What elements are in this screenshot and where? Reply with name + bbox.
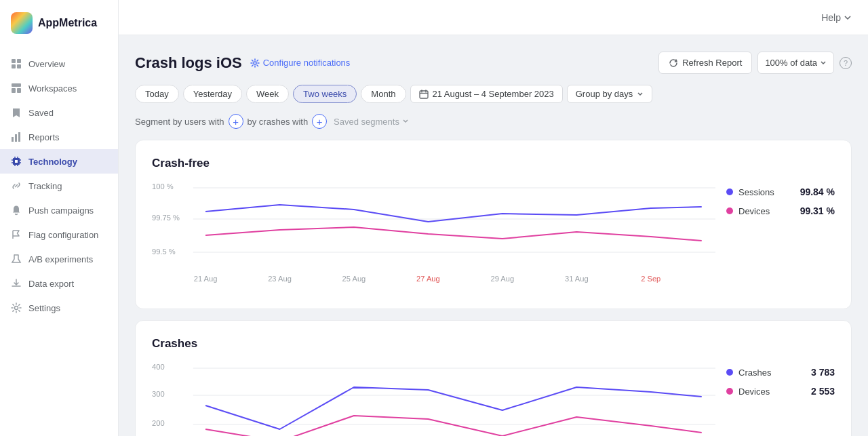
refresh-icon [669, 58, 678, 68]
group-by-label: Group by days [576, 89, 633, 99]
svg-rect-9 [18, 132, 20, 142]
sidebar-item-data-export[interactable]: Data export [0, 271, 118, 296]
sidebar-item-tracking[interactable]: Tracking [0, 174, 118, 198]
svg-text:200: 200 [152, 419, 165, 427]
download-icon [11, 278, 22, 289]
svg-rect-7 [12, 137, 14, 142]
crashes-chart-card: Crashes 400 300 200 100 [135, 320, 852, 436]
svg-rect-8 [15, 134, 17, 142]
flask-icon [11, 254, 22, 264]
chevron-down-icon [820, 60, 827, 66]
svg-rect-4 [12, 83, 21, 87]
devices-value: 99.31 % [800, 205, 835, 216]
crashes-devices-dot [726, 388, 733, 395]
sidebar-nav: Overview Workspaces Saved Reports Techno [0, 46, 118, 436]
sidebar-item-reports-label: Reports [28, 132, 60, 142]
sidebar-item-data-export-label: Data export [28, 279, 74, 289]
flag-icon [11, 229, 22, 240]
grid-icon [11, 58, 22, 69]
date-range-label: 21 August – 4 September 2023 [433, 89, 554, 99]
crashes-devices-legend-item: Devices 2 553 [726, 386, 835, 397]
sidebar-item-push-campaigns[interactable]: Push campaigns [0, 198, 118, 222]
help-label: Help [821, 12, 841, 23]
crashes-dot [726, 369, 733, 376]
info-icon[interactable]: ? [840, 57, 852, 69]
sidebar-item-technology[interactable]: Technology [0, 149, 118, 174]
cpu-icon [11, 156, 22, 167]
svg-rect-0 [12, 59, 16, 63]
devices-dot [726, 207, 733, 214]
svg-text:27 Aug: 27 Aug [416, 275, 440, 283]
sidebar-item-ab-experiments[interactable]: A/B experiments [0, 247, 118, 271]
svg-text:400: 400 [152, 363, 165, 371]
week-button[interactable]: Week [246, 85, 289, 103]
sidebar-item-settings-label: Settings [28, 303, 60, 313]
crashes-chart-title: Crashes [152, 337, 835, 351]
page-title-row: Crash logs iOS Configure notifications [135, 54, 350, 72]
bar-chart-icon [11, 132, 22, 142]
crash-free-chart-area: 100 % 99.75 % 99.5 % 21 Aug 23 Aug 25 Au… [152, 181, 835, 292]
sidebar-item-reports[interactable]: Reports [0, 125, 118, 149]
crash-free-svg: 100 % 99.75 % 99.5 % 21 Aug 23 Aug 25 Au… [152, 181, 715, 290]
sidebar-item-tracking-label: Tracking [28, 181, 62, 191]
sidebar-item-ab-experiments-label: A/B experiments [28, 254, 93, 264]
sidebar-item-technology-label: Technology [28, 157, 77, 167]
crashes-value: 3 783 [811, 367, 835, 378]
data-selector[interactable]: 100% of data [757, 52, 834, 74]
add-user-segment-button[interactable]: + [229, 114, 243, 129]
svg-text:99.5 %: 99.5 % [152, 247, 176, 256]
configure-notifications-link[interactable]: Configure notifications [250, 58, 351, 68]
svg-text:25 Aug: 25 Aug [342, 275, 366, 283]
crashes-chart-area: 400 300 200 100 21 Aug 23 Aug 25 Aug [152, 361, 835, 436]
crash-free-legend: Sessions 99.84 % Devices 99.31 % [726, 181, 835, 292]
svg-text:21 Aug: 21 Aug [194, 275, 218, 283]
main-content: Help Crash logs iOS Configure notificati… [119, 0, 868, 436]
data-selector-label: 100% of data [765, 58, 817, 68]
crashes-svg: 400 300 200 100 21 Aug 23 Aug 25 Aug [152, 361, 715, 436]
today-button[interactable]: Today [135, 85, 179, 103]
crashes-legend: Crashes 3 783 Devices 2 553 [726, 361, 835, 436]
saved-segments-dropdown[interactable]: Saved segments [334, 117, 409, 127]
layout-icon [11, 83, 22, 94]
month-button[interactable]: Month [361, 85, 406, 103]
group-by-button[interactable]: Group by days [567, 85, 653, 103]
logo[interactable]: AppMetrica [0, 0, 118, 46]
sidebar-item-workspaces-label: Workspaces [28, 83, 77, 94]
page-title: Crash logs iOS [135, 54, 242, 72]
add-crash-segment-button[interactable]: + [312, 114, 327, 129]
crashes-devices-value: 2 553 [811, 386, 835, 397]
two-weeks-button[interactable]: Two weeks [293, 85, 357, 103]
sessions-legend-item: Sessions 99.84 % [726, 186, 835, 197]
yesterday-button[interactable]: Yesterday [183, 85, 242, 103]
svg-rect-23 [420, 91, 428, 98]
sidebar-item-overview-label: Overview [28, 59, 65, 69]
svg-point-21 [15, 306, 18, 310]
svg-rect-3 [17, 64, 21, 68]
crashes-label: Crashes [738, 368, 771, 378]
svg-text:99.75 %: 99.75 % [152, 214, 180, 222]
devices-legend-item: Devices 99.31 % [726, 205, 835, 216]
svg-text:2 Sep: 2 Sep [641, 275, 660, 283]
sidebar-item-overview[interactable]: Overview [0, 52, 118, 76]
svg-rect-1 [17, 59, 21, 63]
settings-icon [11, 302, 22, 313]
crashes-legend-item: Crashes 3 783 [726, 367, 835, 378]
calendar-icon [419, 90, 429, 99]
gear-icon [250, 58, 260, 68]
sidebar-item-workspaces[interactable]: Workspaces [0, 76, 118, 100]
chevron-down-icon [844, 14, 852, 22]
sessions-dot [726, 189, 733, 195]
link-icon [11, 180, 22, 191]
sidebar-item-saved[interactable]: Saved [0, 100, 118, 125]
sessions-value: 99.84 % [800, 186, 835, 197]
sidebar-item-push-campaigns-label: Push campaigns [28, 205, 94, 216]
help-button[interactable]: Help [821, 12, 852, 23]
sidebar-item-flag-configuration[interactable]: Flag configuration [0, 222, 118, 247]
logo-text: AppMetrica [38, 17, 97, 29]
date-range-picker[interactable]: 21 August – 4 September 2023 [410, 85, 563, 103]
refresh-report-button[interactable]: Refresh Report [658, 52, 752, 74]
saved-segments-label: Saved segments [334, 117, 399, 127]
filter-bar: Today Yesterday Week Two weeks Month 21 … [135, 85, 852, 103]
svg-text:31 Aug: 31 Aug [565, 275, 589, 283]
sidebar-item-settings[interactable]: Settings [0, 296, 118, 320]
